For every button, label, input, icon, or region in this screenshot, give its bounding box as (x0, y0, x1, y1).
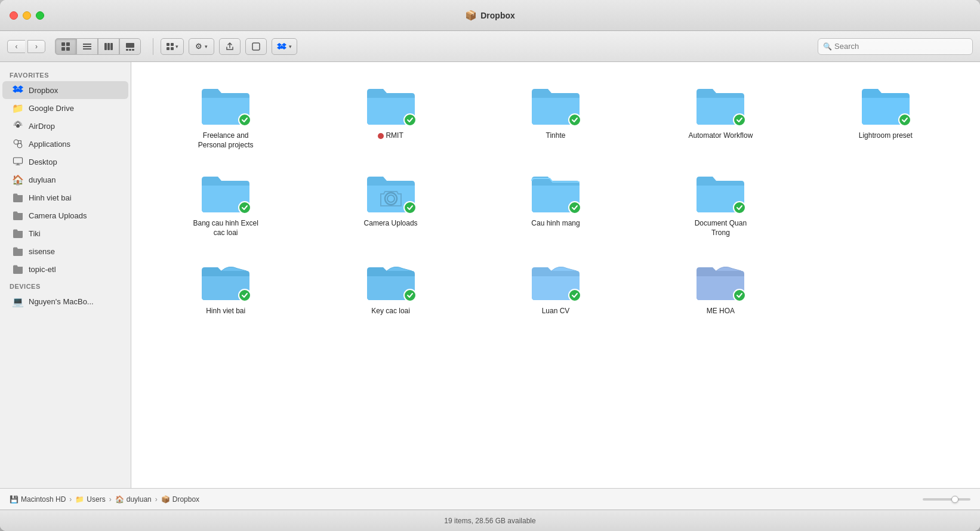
svg-rect-7 (104, 43, 107, 50)
folder-icon-wrap (529, 168, 583, 215)
breadcrumb-duyluan[interactable]: 🏠 duyluan (115, 495, 152, 504)
folder-icon-wrap (694, 168, 747, 215)
share-button[interactable] (219, 38, 241, 55)
sidebar-item-desktop[interactable]: Desktop (2, 153, 128, 171)
zoom-track[interactable] (923, 498, 970, 501)
desktop-label: Desktop (29, 158, 57, 166)
sidebar-item-applications[interactable]: Applications (2, 135, 128, 153)
file-item-key-cac-loai[interactable]: Key cac loai (308, 249, 473, 322)
file-item-me-hoa[interactable]: ME HOA (638, 249, 803, 322)
gallery-icon (125, 42, 135, 51)
file-name: Hinh viet bai (206, 307, 245, 316)
file-grid: Freelance and Personal projects RMIT (143, 74, 968, 322)
folder-icon-wrap (199, 255, 252, 303)
users-label: Users (87, 495, 105, 504)
file-item-freelance[interactable]: Freelance and Personal projects (143, 74, 308, 156)
back-button[interactable]: ‹ (7, 40, 25, 53)
maximize-button[interactable] (36, 11, 44, 20)
file-item-camera-uploads[interactable]: Camera Uploads (308, 162, 473, 243)
file-name: Luan CV (542, 307, 570, 316)
file-name: Camera Uploads (364, 219, 418, 229)
folder-icon-wrap (859, 80, 913, 128)
sync-badge (568, 113, 581, 126)
topic-etl-icon (12, 263, 24, 275)
svg-rect-18 (252, 43, 260, 50)
svg-rect-1 (66, 42, 70, 46)
sidebar-item-camera-uploads[interactable]: Camera Uploads (2, 206, 128, 224)
search-input[interactable] (834, 42, 967, 51)
sidebar-item-dropbox[interactable]: Dropbox (2, 81, 128, 99)
list-view-button[interactable] (76, 38, 98, 55)
folder-icon-wrap (199, 80, 252, 128)
file-item-luan-cv[interactable]: Luan CV (473, 249, 638, 322)
minimize-button[interactable] (23, 11, 31, 20)
applications-label: Applications (29, 140, 70, 149)
folder-icon: 📁 (12, 102, 24, 114)
traffic-lights (10, 11, 44, 20)
camera-uploads-label: Camera Uploads (29, 211, 87, 220)
breadcrumb-sep-2: › (109, 495, 112, 504)
dropbox-label: Dropbox (29, 86, 58, 95)
favorites-section-title: Favorites (0, 67, 131, 81)
list-icon (82, 42, 92, 51)
dropbox-sidebar-icon (12, 84, 24, 96)
sidebar-item-topic-etl[interactable]: topic-etl (2, 260, 128, 278)
sidebar-item-hinh-viet-bai[interactable]: Hinh viet bai (2, 189, 128, 206)
svg-rect-16 (167, 47, 170, 50)
dropbox-button[interactable]: ▾ (272, 38, 297, 55)
sidebar-item-google-drive[interactable]: 📁 Google Drive (2, 99, 128, 117)
grid-icon (61, 42, 70, 51)
breadcrumb-dropbox[interactable]: 📦 Dropbox (161, 495, 199, 504)
gallery-view-button[interactable] (119, 38, 141, 55)
close-button[interactable] (10, 11, 18, 20)
file-item-bang-cau-hinh[interactable]: Bang cau hinh Excel cac loai (143, 162, 308, 243)
sidebar-item-sisense[interactable]: sisense (2, 242, 128, 260)
file-item-lightroom[interactable]: Lightroom preset (803, 74, 968, 156)
sidebar-item-airdrop[interactable]: AirDrop (2, 117, 128, 135)
file-item-cau-hinh-mang[interactable]: Cau hinh mang (473, 162, 638, 243)
icon-view-button[interactable] (55, 38, 76, 55)
forward-button[interactable]: › (27, 40, 45, 53)
search-icon: 🔍 (823, 42, 832, 51)
column-view-button[interactable] (98, 38, 119, 55)
back-icon: ‹ (16, 42, 18, 51)
desktop-icon (12, 156, 24, 168)
duyluan-home-icon: 🏠 (115, 495, 124, 504)
breadcrumb-sep-3: › (155, 495, 158, 504)
breadcrumb-users[interactable]: 📁 Users (75, 495, 105, 504)
tag-button[interactable] (245, 38, 267, 55)
file-item-document-quan-trong[interactable]: Document Quan Trong (638, 162, 803, 243)
columns-icon (104, 42, 113, 51)
svg-rect-9 (110, 43, 113, 50)
rmit-dot (378, 133, 384, 139)
file-name: Cau hinh mang (531, 219, 580, 229)
file-name: RMIT (378, 131, 403, 141)
group-chevron: ▾ (175, 44, 178, 50)
group-button[interactable]: ▾ (161, 38, 184, 55)
search-bar[interactable]: 🔍 (818, 38, 973, 55)
dropbox-icon (277, 42, 286, 51)
sidebar-item-macbook[interactable]: 💻 Nguyen's MacBo... (2, 292, 128, 310)
svg-rect-2 (61, 47, 65, 51)
file-item-hinh-viet-bai[interactable]: Hinh viet bai (143, 249, 308, 322)
svg-rect-13 (132, 49, 134, 51)
hinh-viet-bai-label: Hinh viet bai (29, 193, 72, 202)
file-name: Automator Workflow (688, 131, 753, 141)
google-drive-label: Google Drive (29, 104, 74, 113)
file-item-rmit[interactable]: RMIT (308, 74, 473, 156)
svg-rect-12 (129, 49, 131, 51)
sidebar-item-tiki[interactable]: Tiki (2, 224, 128, 242)
zoom-thumb[interactable] (951, 496, 959, 503)
breadcrumb-macintosh[interactable]: 💾 Macintosh HD (10, 495, 66, 504)
gear-icon: ⚙ (195, 42, 202, 51)
file-item-automator[interactable]: Automator Workflow (638, 74, 803, 156)
gear-button[interactable]: ⚙ ▾ (189, 38, 214, 55)
share-icon (226, 42, 234, 51)
main-area: Favorites Dropbox 📁 Google Drive (0, 62, 980, 488)
home-icon: 🏠 (12, 174, 24, 186)
titlebar-center: 📦 Dropbox (465, 10, 515, 21)
svg-rect-32 (14, 158, 23, 163)
titlebar: 📦 Dropbox (0, 0, 980, 31)
sidebar-item-duyluan[interactable]: 🏠 duyluan (2, 171, 128, 189)
file-item-tinhte[interactable]: Tinhte (473, 74, 638, 156)
